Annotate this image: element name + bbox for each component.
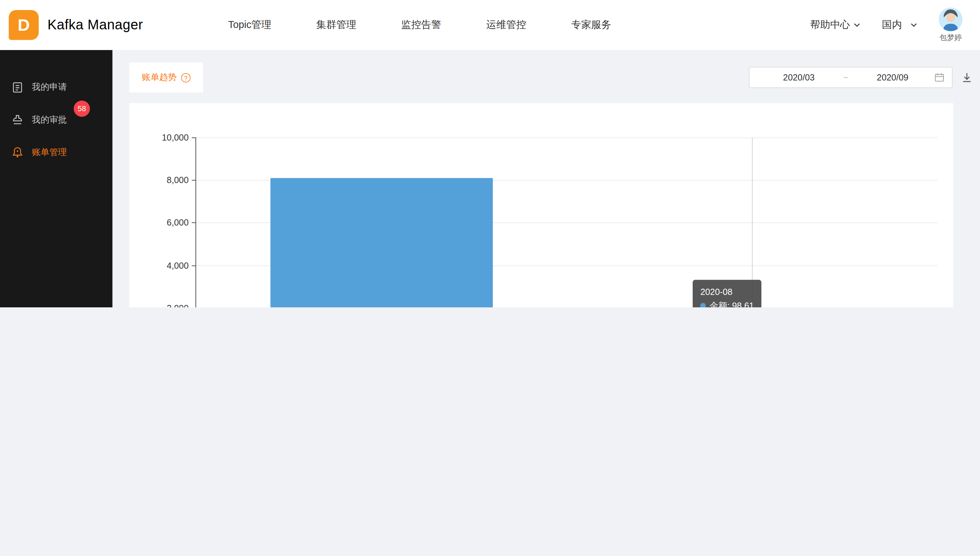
y-axis-tick: [192, 137, 195, 138]
logo-letter: D: [18, 15, 30, 34]
date-range-picker[interactable]: 2020/03 ~ 2020/09: [749, 67, 953, 88]
calendar-icon: [935, 73, 944, 82]
y-axis-label: 8,000: [167, 175, 189, 185]
y-axis-tick: [192, 180, 195, 181]
stamp-icon: [11, 114, 24, 126]
billing-trend-chart: 10,000 8,000 6,000 4,000 2,000 0 2020-07…: [129, 103, 953, 307]
nav-monitor-alert[interactable]: 监控告警: [401, 18, 441, 31]
main-content: 账单趋势 ? 2020/03 ~ 2020/09: [113, 50, 980, 307]
tab-billing-trend[interactable]: 账单趋势 ?: [129, 63, 203, 92]
clipboard-icon: [11, 81, 24, 94]
nav-topic-management[interactable]: Topic管理: [228, 18, 271, 31]
y-axis-label: 10,000: [162, 132, 189, 142]
sidebar-item-label: 账单管理: [32, 147, 67, 158]
chart-plot-area: 10,000 8,000 6,000 4,000 2,000 0 2020-07…: [195, 137, 938, 307]
tooltip-value: 金额: 98.61: [710, 301, 754, 307]
approvals-count-badge: 58: [74, 100, 90, 117]
app-root: D Kafka Manager Topic管理 集群管理 监控告警 运维管控 专…: [0, 0, 980, 307]
header-right: 帮助中心 国内 包梦婷: [810, 7, 962, 43]
y-axis-label: 4,000: [167, 260, 189, 270]
gridline: [196, 137, 938, 138]
y-axis-label: 2,000: [167, 303, 189, 307]
tab-label: 账单趋势: [142, 72, 177, 83]
nav-ops-control[interactable]: 运维管控: [486, 18, 526, 31]
help-center-label: 帮助中心: [810, 18, 850, 31]
bar-2020-07[interactable]: [270, 178, 493, 307]
date-start-value[interactable]: 2020/03: [757, 73, 841, 82]
region-menu[interactable]: 国内: [882, 18, 917, 31]
date-range-separator: ~: [841, 73, 851, 82]
tooltip-title: 2020-08: [700, 285, 754, 299]
top-header: D Kafka Manager Topic管理 集群管理 监控告警 运维管控 专…: [0, 0, 980, 50]
sidebar-item-my-applications[interactable]: 我的申请: [0, 71, 113, 103]
sidebar-item-my-approvals[interactable]: 我的审批 58: [0, 103, 113, 136]
chart-tooltip: 2020-08 金额: 98.61: [693, 280, 761, 307]
nav-cluster-management[interactable]: 集群管理: [316, 18, 356, 31]
chevron-down-icon: [910, 21, 917, 29]
billing-icon: [11, 146, 24, 158]
chevron-down-icon: [853, 21, 861, 29]
tooltip-row: 金额: 98.61: [700, 299, 754, 307]
y-axis-label: 6,000: [167, 218, 189, 228]
y-axis-tick: [192, 265, 195, 266]
date-end-value[interactable]: 2020/09: [851, 73, 935, 82]
y-axis-tick: [192, 223, 195, 223]
toolbar-right: 2020/03 ~ 2020/09: [749, 67, 973, 88]
help-center-menu[interactable]: 帮助中心: [810, 18, 861, 31]
help-icon[interactable]: ?: [181, 73, 191, 82]
toolbar: 账单趋势 ? 2020/03 ~ 2020/09: [129, 63, 953, 92]
sidebar-item-label: 我的审批: [32, 114, 67, 126]
app-logo-icon: D: [9, 10, 39, 40]
region-label: 国内: [882, 18, 902, 31]
download-icon[interactable]: [961, 72, 973, 83]
sidebar-item-label: 我的申请: [32, 82, 67, 93]
user-menu[interactable]: 包梦婷: [939, 7, 963, 43]
sidebar: 我的申请 我的审批 58 账单管理: [0, 50, 113, 307]
series-dot-icon: [700, 303, 706, 307]
app-title: Kafka Manager: [47, 17, 143, 33]
avatar: [939, 7, 963, 31]
nav-expert-service[interactable]: 专家服务: [571, 18, 611, 31]
sidebar-item-billing[interactable]: 账单管理: [0, 136, 113, 168]
top-nav: Topic管理 集群管理 监控告警 运维管控 专家服务: [228, 18, 611, 31]
user-name: 包梦婷: [939, 32, 962, 43]
